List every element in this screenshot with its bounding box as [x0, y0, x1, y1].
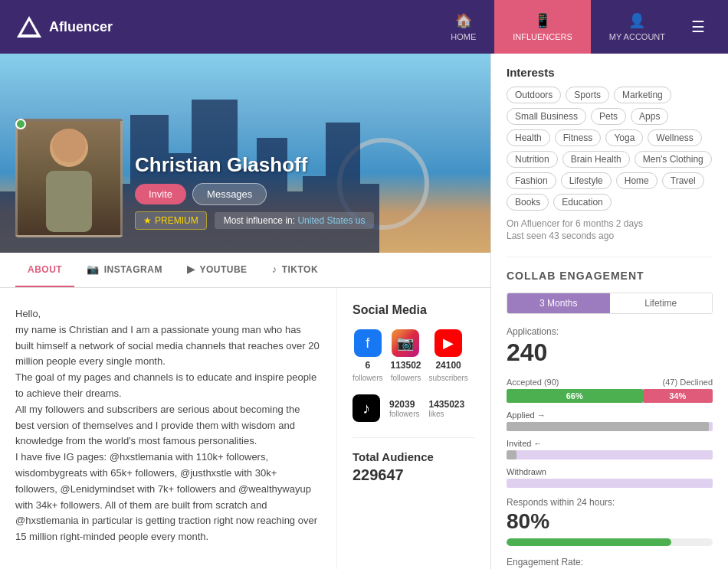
declined-pct-text: 34%: [669, 391, 686, 401]
youtube-platform: ▶ 24100 subscribers: [429, 329, 468, 382]
star-icon: ★: [143, 215, 152, 226]
tag-mens-clothing[interactable]: Men's Clothing: [635, 151, 712, 168]
influence-location[interactable]: United States us: [297, 215, 365, 226]
tag-fashion[interactable]: Fashion: [507, 172, 556, 189]
invited-label: Invited ←: [507, 439, 542, 448]
facebook-icon[interactable]: f: [354, 329, 382, 357]
tag-brain-health[interactable]: Brain Health: [562, 151, 630, 168]
tag-travel[interactable]: Travel: [662, 172, 704, 189]
tag-pets[interactable]: Pets: [591, 108, 626, 125]
tab-tiktok[interactable]: ♪ TIKTOK: [260, 253, 330, 287]
tab-tiktok-label: TIKTOK: [282, 264, 318, 275]
tiktok-likes: 1435023: [428, 399, 464, 410]
tag-fitness[interactable]: Fitness: [555, 129, 602, 146]
interests-title: Interests: [507, 66, 713, 79]
tab-about[interactable]: ABOUT: [15, 253, 74, 287]
engagement-title: COLLAB ENGAGEMENT: [507, 270, 713, 282]
applications-label: Applications:: [507, 326, 713, 337]
tag-health[interactable]: Health: [507, 129, 550, 146]
invited-label-row: Invited ←: [507, 439, 713, 448]
nav-account[interactable]: 👤 MY ACCOUNT: [591, 0, 684, 54]
tag-education[interactable]: Education: [553, 194, 611, 211]
home-icon: 🏠: [455, 12, 472, 29]
svg-point-4: [52, 129, 86, 162]
invite-button[interactable]: Invite: [135, 184, 186, 204]
invited-bar: [507, 450, 713, 459]
profile-section: Christian Glashoff Invite Messages ★ PRE…: [15, 119, 374, 237]
last-seen: Last seen 43 seconds ago: [507, 231, 713, 241]
applied-bar: [507, 422, 713, 431]
tiktok-label: followers: [389, 410, 419, 418]
youtube-icon[interactable]: ▶: [435, 329, 462, 357]
social-title: Social Media: [353, 303, 475, 317]
tags-container: Outdoors Sports Marketing Small Business…: [507, 87, 713, 211]
bio-section: Hello, my name is Christian and I am a p…: [0, 288, 337, 569]
engagement-rate-section: Engagement Rate: 57%: [507, 557, 713, 569]
responds-value: 80%: [507, 509, 713, 534]
tab-instagram[interactable]: 📷 INSTAGRAM: [74, 253, 175, 287]
social-icons-row: f 6 followers 📷 113502 followers ▶ 24100…: [353, 329, 475, 382]
accepted-bar-fill: 66%: [507, 389, 643, 403]
toggle-3months[interactable]: 3 Months: [507, 293, 610, 313]
tag-home[interactable]: Home: [616, 172, 657, 189]
navbar: Afluencer 🏠 HOME 📱 INFLUENCERS 👤 MY ACCO…: [0, 0, 728, 54]
tag-nutrition[interactable]: Nutrition: [507, 151, 558, 168]
period-toggle: 3 Months Lifetime: [507, 293, 713, 314]
tag-wellness[interactable]: Wellness: [648, 129, 701, 146]
hamburger-menu[interactable]: ☰: [684, 18, 713, 36]
tiktok-stats: 92039 followers: [389, 399, 419, 418]
tag-books[interactable]: Books: [507, 194, 549, 211]
total-audience: Total Audience 229647: [353, 437, 475, 484]
youtube-label: subscribers: [429, 374, 468, 382]
influence-label: Most influence in:: [224, 215, 295, 226]
nav-influencers[interactable]: 📱 INFLUENCERS: [494, 0, 591, 54]
applied-row: Applied →: [507, 410, 713, 431]
youtube-tab-icon: ▶: [187, 263, 195, 275]
messages-button[interactable]: Messages: [192, 183, 267, 205]
influence-tag: Most influence in: United States us: [215, 212, 375, 229]
withdrawn-label: Withdrawn: [507, 467, 546, 476]
tag-marketing[interactable]: Marketing: [614, 87, 671, 103]
cover-image: Christian Glashoff Invite Messages ★ PRE…: [0, 54, 490, 253]
tag-lifestyle[interactable]: Lifestyle: [561, 172, 612, 189]
instagram-icon[interactable]: 📷: [392, 329, 419, 357]
toggle-lifetime[interactable]: Lifetime: [610, 293, 713, 313]
premium-badge: ★ PREMIUM: [135, 211, 207, 230]
tag-apps[interactable]: Apps: [631, 108, 668, 125]
declined-bar-fill: 34%: [643, 389, 713, 403]
tag-outdoors[interactable]: Outdoors: [507, 87, 561, 103]
tiktok-count: 92039: [389, 399, 419, 410]
instagram-platform: 📷 113502 followers: [390, 329, 421, 382]
profile-info: Christian Glashoff Invite Messages ★ PRE…: [135, 153, 374, 237]
youtube-count: 24100: [435, 360, 461, 371]
applications-value: 240: [507, 338, 713, 367]
avatar-silhouette: [31, 121, 107, 236]
applied-label-row: Applied →: [507, 410, 713, 420]
afluencer-meta: On Afluencer for 6 months 2 days Last se…: [507, 218, 713, 241]
nav-home[interactable]: 🏠 HOME: [432, 0, 494, 54]
logo: Afluencer: [15, 13, 432, 41]
content-area: Hello, my name is Christian and I am a p…: [0, 288, 490, 569]
applied-bar-fill: [507, 422, 709, 431]
facebook-platform: f 6 followers: [353, 329, 382, 382]
total-audience-title: Total Audience: [353, 450, 475, 463]
withdrawn-bar: [507, 479, 713, 488]
tag-sports[interactable]: Sports: [566, 87, 609, 103]
nav-account-label: MY ACCOUNT: [609, 32, 665, 41]
tiktok-tab-icon: ♪: [272, 263, 277, 275]
tiktok-icon[interactable]: ♪: [353, 394, 380, 422]
tag-small-business[interactable]: Small Business: [507, 108, 586, 125]
main-content: Christian Glashoff Invite Messages ★ PRE…: [0, 54, 728, 569]
online-indicator: [15, 119, 26, 129]
tab-youtube[interactable]: ▶ YOUTUBE: [175, 253, 260, 287]
engagement-rate-label: Engagement Rate:: [507, 557, 713, 567]
influencers-icon: 📱: [534, 12, 551, 29]
accepted-declined-bar: 66% 34%: [507, 389, 713, 403]
avatar: [15, 119, 123, 237]
withdrawn-label-row: Withdrawn: [507, 467, 713, 476]
accepted-pct-text: 66%: [566, 391, 583, 401]
applied-label: Applied →: [507, 410, 546, 420]
tag-yoga[interactable]: Yoga: [605, 129, 643, 146]
nav-items: 🏠 HOME 📱 INFLUENCERS 👤 MY ACCOUNT ☰: [432, 0, 713, 54]
facebook-count: 6: [365, 360, 370, 371]
